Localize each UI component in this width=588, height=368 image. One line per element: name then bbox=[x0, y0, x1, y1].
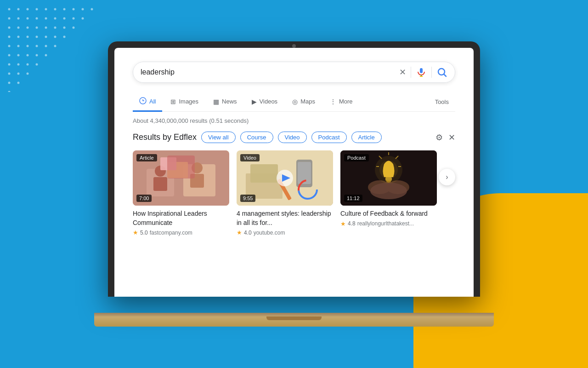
svg-point-14 bbox=[45, 17, 47, 20]
card-2-badge: Video bbox=[240, 154, 260, 161]
svg-point-29 bbox=[27, 36, 29, 38]
svg-point-30 bbox=[36, 36, 38, 38]
card-2-rating: ★ 4.0 youtube.com bbox=[237, 229, 333, 236]
svg-point-3 bbox=[36, 8, 38, 11]
svg-point-20 bbox=[17, 27, 20, 29]
tab-videos[interactable]: ▶ Videos bbox=[245, 93, 284, 111]
svg-point-6 bbox=[63, 8, 66, 11]
news-tab-icon: ▦ bbox=[213, 98, 219, 105]
videos-tab-icon: ▶ bbox=[252, 98, 257, 105]
svg-point-32 bbox=[54, 36, 57, 38]
edflex-filter-video[interactable]: Video bbox=[278, 132, 307, 143]
card-2-title: 4 management styles: leadership in all i… bbox=[237, 209, 333, 227]
svg-point-37 bbox=[36, 45, 38, 47]
svg-point-18 bbox=[82, 17, 84, 20]
svg-point-40 bbox=[8, 54, 11, 57]
edflex-filter-course[interactable]: Course bbox=[240, 132, 273, 143]
svg-line-60 bbox=[444, 75, 447, 77]
tab-images-label: Images bbox=[179, 98, 198, 105]
edflex-close-icon[interactable]: ✕ bbox=[448, 132, 455, 143]
tab-maps-label: Maps bbox=[300, 98, 315, 105]
mic-icon bbox=[416, 67, 427, 78]
svg-point-11 bbox=[17, 17, 20, 20]
svg-point-67 bbox=[192, 162, 203, 173]
svg-point-31 bbox=[45, 36, 47, 38]
edflex-filter-podcast[interactable]: Podcast bbox=[311, 132, 347, 143]
svg-rect-73 bbox=[250, 164, 278, 183]
svg-point-26 bbox=[73, 27, 75, 29]
google-search-ui: ✕ bbox=[114, 48, 474, 297]
card-3-title: Culture of Feedback & forward bbox=[340, 209, 437, 218]
svg-point-8 bbox=[82, 8, 84, 11]
svg-point-45 bbox=[8, 63, 11, 66]
tools-button[interactable]: Tools bbox=[429, 94, 455, 110]
svg-point-50 bbox=[17, 73, 20, 75]
dots-decoration bbox=[0, 0, 101, 92]
settings-icon[interactable]: ⚙ bbox=[435, 132, 443, 143]
svg-point-5 bbox=[54, 8, 57, 11]
card-3-rating: ★ 4.8 reallylongurlthatakest... bbox=[340, 220, 437, 227]
svg-point-15 bbox=[54, 17, 57, 20]
tab-more[interactable]: ⋮ More bbox=[323, 93, 359, 111]
edflex-filter-article[interactable]: Article bbox=[351, 132, 382, 143]
search-clear-icon[interactable]: ✕ bbox=[399, 67, 406, 77]
svg-point-54 bbox=[8, 91, 11, 92]
card-1-title: How Inspirational Leaders Communicate bbox=[133, 209, 229, 227]
svg-point-47 bbox=[27, 63, 29, 66]
tab-images[interactable]: ⊞ Images bbox=[164, 93, 205, 111]
edflex-card-1[interactable]: Article 7:00 How Inspirational Leaders C… bbox=[133, 150, 229, 236]
svg-point-10 bbox=[8, 17, 11, 20]
card-1-thumbnail: Article 7:00 bbox=[133, 150, 229, 206]
tab-news[interactable]: ▦ News bbox=[207, 93, 243, 111]
svg-point-39 bbox=[54, 45, 57, 47]
svg-point-1 bbox=[17, 8, 20, 11]
tab-more-label: More bbox=[339, 98, 353, 105]
card-1-star: ★ bbox=[133, 229, 138, 236]
search-divider-2 bbox=[431, 67, 432, 78]
svg-rect-69 bbox=[167, 162, 188, 178]
tab-news-label: News bbox=[222, 98, 237, 105]
mic-button[interactable] bbox=[416, 67, 427, 78]
svg-point-9 bbox=[91, 8, 93, 11]
svg-point-12 bbox=[27, 17, 29, 20]
svg-point-16 bbox=[63, 17, 66, 20]
card-2-thumbnail: Video 9:55 bbox=[237, 150, 333, 206]
all-tab-icon bbox=[139, 97, 147, 106]
laptop-screen: ✕ bbox=[114, 48, 474, 297]
card-3-rating-value: 4.8 bbox=[348, 220, 356, 227]
card-1-rating: ★ 5.0 fastcompany.com bbox=[133, 229, 229, 236]
laptop-screen-outer: ✕ bbox=[108, 41, 480, 297]
google-icon bbox=[139, 97, 147, 104]
edflex-header: Results by Edflex View all Course Video … bbox=[133, 132, 455, 143]
card-1-duration: 7:00 bbox=[136, 195, 152, 202]
tab-videos-label: Videos bbox=[260, 98, 278, 105]
results-count: About 4,340,000,000 results (0.51 second… bbox=[133, 117, 455, 124]
search-input[interactable] bbox=[141, 68, 395, 76]
card-2-rating-value: 4.0 bbox=[244, 230, 252, 236]
svg-point-7 bbox=[73, 8, 75, 11]
edflex-view-all-button[interactable]: View all bbox=[201, 132, 236, 143]
svg-point-17 bbox=[73, 17, 75, 20]
svg-point-19 bbox=[8, 27, 11, 29]
card-1-badge: Article bbox=[136, 154, 157, 161]
card-2-star: ★ bbox=[237, 229, 242, 236]
svg-point-34 bbox=[8, 45, 11, 47]
svg-point-13 bbox=[36, 17, 38, 20]
svg-point-27 bbox=[8, 36, 11, 38]
svg-point-36 bbox=[27, 45, 29, 47]
edflex-card-2[interactable]: Video 9:55 4 management styles: leadersh… bbox=[237, 150, 333, 236]
svg-point-51 bbox=[27, 73, 29, 75]
carousel-next-button[interactable]: › bbox=[439, 169, 455, 185]
tab-maps[interactable]: ◎ Maps bbox=[286, 93, 322, 111]
search-button[interactable] bbox=[436, 67, 447, 78]
svg-point-53 bbox=[17, 82, 20, 84]
edflex-card-3[interactable]: Podcast 11:12 Culture of Feedback & forw… bbox=[340, 150, 437, 227]
edflex-actions: ⚙ ✕ bbox=[435, 132, 455, 143]
card-3-thumbnail: Podcast 11:12 bbox=[340, 150, 437, 206]
search-bar[interactable]: ✕ bbox=[133, 62, 455, 83]
svg-point-24 bbox=[54, 27, 57, 29]
svg-point-35 bbox=[17, 45, 20, 47]
tab-all[interactable]: All bbox=[133, 92, 162, 112]
svg-point-21 bbox=[27, 27, 29, 29]
svg-point-46 bbox=[17, 63, 20, 66]
